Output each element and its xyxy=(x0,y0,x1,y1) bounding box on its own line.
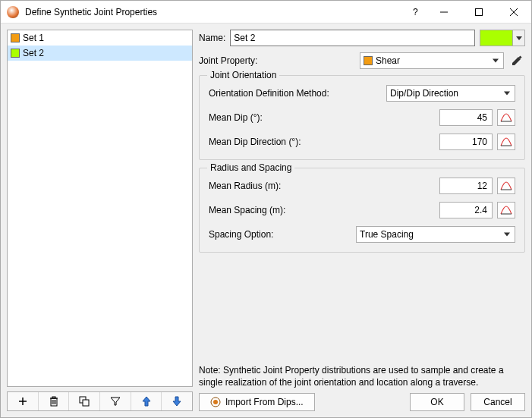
mean-dip-input[interactable] xyxy=(439,109,493,126)
radius-spacing-group: Radius and Spacing Mean Radius (m): Mean… xyxy=(199,168,525,253)
color-swatch-icon xyxy=(11,33,20,42)
arrow-up-icon xyxy=(142,396,151,407)
arrow-down-icon xyxy=(172,396,181,407)
add-button[interactable] xyxy=(8,392,39,410)
orientation-method-value: Dip/Dip Direction xyxy=(390,88,458,99)
mean-dip-label: Mean Dip (°): xyxy=(209,112,439,123)
list-item[interactable]: Set 2 xyxy=(8,46,192,61)
import-button[interactable]: Import From Dips... xyxy=(199,393,315,411)
mean-dip-dir-distribution-button[interactable] xyxy=(497,134,515,150)
footer: Import From Dips... OK Cancel xyxy=(199,393,525,411)
svg-rect-2 xyxy=(476,8,483,15)
svg-marker-17 xyxy=(173,397,181,406)
move-up-button[interactable] xyxy=(131,392,162,410)
svg-marker-18 xyxy=(512,57,521,65)
joint-property-value: Shear xyxy=(376,55,400,66)
chevron-down-icon xyxy=(493,59,499,63)
window-title: Define Synthetic Joint Properties xyxy=(25,7,157,17)
delete-button[interactable] xyxy=(39,392,70,410)
joint-property-combo[interactable]: Shear xyxy=(360,52,504,69)
name-label: Name: xyxy=(199,33,225,43)
filter-button[interactable] xyxy=(100,392,131,410)
chevron-down-icon xyxy=(516,36,522,40)
color-swatch-icon xyxy=(364,56,373,65)
mean-spacing-input[interactable] xyxy=(439,202,493,218)
cancel-label: Cancel xyxy=(483,397,512,407)
import-label: Import From Dips... xyxy=(225,397,304,407)
svg-rect-12 xyxy=(52,397,55,398)
color-picker[interactable] xyxy=(480,30,525,46)
move-down-button[interactable] xyxy=(162,392,192,410)
mean-dip-dir-input[interactable] xyxy=(439,134,493,150)
plus-icon xyxy=(18,397,27,406)
edit-joint-property-button[interactable] xyxy=(508,55,525,66)
maximize-button[interactable] xyxy=(461,1,496,24)
distribution-icon xyxy=(500,112,512,123)
dialog-window: Define Synthetic Joint Properties ? Set … xyxy=(0,0,532,418)
mean-spacing-distribution-button[interactable] xyxy=(497,202,515,218)
list-item-label: Set 1 xyxy=(23,33,44,43)
help-button[interactable]: ? xyxy=(404,1,427,24)
filter-icon xyxy=(111,397,120,406)
ok-button[interactable]: OK xyxy=(410,393,464,411)
mean-radius-distribution-button[interactable] xyxy=(497,178,515,194)
chevron-down-icon xyxy=(504,233,510,237)
mean-radius-input[interactable] xyxy=(439,178,493,194)
svg-marker-15 xyxy=(111,398,120,405)
left-toolbar xyxy=(7,391,193,411)
copy-icon xyxy=(79,396,90,407)
distribution-icon xyxy=(500,181,512,191)
list-item-label: Set 2 xyxy=(23,48,44,58)
distribution-icon xyxy=(500,137,512,147)
spacing-option-label: Spacing Option: xyxy=(209,229,356,240)
name-input[interactable] xyxy=(230,30,475,46)
pencil-icon xyxy=(512,55,522,66)
left-pane: Set 1 Set 2 xyxy=(7,30,193,411)
svg-rect-14 xyxy=(83,400,89,406)
spacing-option-value: True Spacing xyxy=(360,229,414,240)
orientation-method-label: Orientation Definition Method: xyxy=(209,88,386,99)
right-pane: Name: Joint Property: Shear Joint Ori xyxy=(199,30,525,411)
group-title: Radius and Spacing xyxy=(207,162,294,173)
orientation-group: Joint Orientation Orientation Definition… xyxy=(199,75,525,160)
group-title: Joint Orientation xyxy=(207,70,279,80)
chevron-down-icon xyxy=(504,92,510,96)
mean-radius-label: Mean Radius (m): xyxy=(209,181,439,191)
trash-icon xyxy=(49,396,58,407)
ok-label: OK xyxy=(430,397,443,407)
copy-button[interactable] xyxy=(69,392,100,410)
svg-point-25 xyxy=(213,400,218,404)
list-item[interactable]: Set 1 xyxy=(8,30,192,46)
spacing-option-combo[interactable]: True Spacing xyxy=(356,226,515,243)
svg-text:?: ? xyxy=(413,7,418,17)
import-icon xyxy=(210,397,221,407)
svg-marker-16 xyxy=(143,397,150,406)
mean-dip-distribution-button[interactable] xyxy=(497,109,515,126)
cancel-button[interactable]: Cancel xyxy=(471,393,525,411)
distribution-icon xyxy=(500,205,512,215)
joint-property-label: Joint Property: xyxy=(199,55,355,66)
orientation-method-combo[interactable]: Dip/Dip Direction xyxy=(386,85,515,102)
mean-dip-dir-label: Mean Dip Direction (°): xyxy=(209,137,439,147)
app-icon xyxy=(7,6,19,18)
minimize-button[interactable] xyxy=(427,1,461,24)
titlebar: Define Synthetic Joint Properties ? xyxy=(1,1,531,24)
color-swatch-icon xyxy=(11,49,20,58)
set-list[interactable]: Set 1 Set 2 xyxy=(7,30,193,387)
mean-spacing-label: Mean Spacing (m): xyxy=(209,205,439,215)
note-text: Note: Synthetic Joint Property distribut… xyxy=(199,364,525,388)
close-button[interactable] xyxy=(496,1,531,24)
